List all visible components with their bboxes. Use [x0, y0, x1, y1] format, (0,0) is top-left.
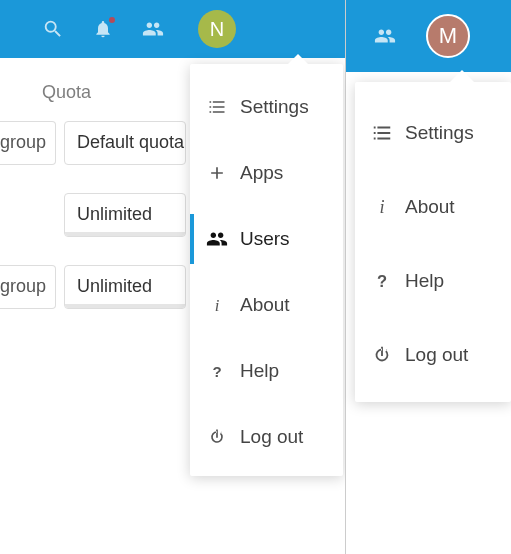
- notification-dot: [109, 17, 115, 23]
- menu-label: Help: [240, 360, 279, 382]
- quota-cell[interactable]: Default quota: [64, 121, 186, 165]
- settings-icon: [204, 97, 230, 117]
- power-icon: [369, 344, 395, 366]
- menu-item-logout[interactable]: Log out: [355, 318, 511, 392]
- menu-item-logout[interactable]: Log out: [190, 404, 343, 470]
- topbar-right: M: [346, 0, 511, 72]
- quota-progress: [65, 232, 185, 236]
- quota-cell[interactable]: Unlimited: [64, 265, 186, 309]
- settings-icon: [369, 122, 395, 144]
- group-cell[interactable]: group: [0, 121, 56, 165]
- user-menu-right: Settings About Help Log out: [355, 82, 511, 402]
- avatar-n[interactable]: N: [198, 10, 236, 48]
- menu-label: Settings: [240, 96, 309, 118]
- menu-item-apps[interactable]: Apps: [190, 140, 343, 206]
- contacts-icon[interactable]: [128, 0, 178, 58]
- menu-label: About: [405, 196, 455, 218]
- plus-icon: [204, 163, 230, 183]
- users-icon: [204, 228, 230, 250]
- menu-label: About: [240, 294, 290, 316]
- user-menu-left: Settings Apps Users About Help Log out: [190, 64, 343, 476]
- avatar-initial: M: [439, 23, 457, 49]
- menu-item-about[interactable]: About: [190, 272, 343, 338]
- topbar-left: N: [0, 0, 345, 58]
- menu-label: Log out: [405, 344, 468, 366]
- menu-label: Log out: [240, 426, 303, 448]
- info-icon: [369, 196, 395, 218]
- menu-item-settings[interactable]: Settings: [355, 96, 511, 170]
- contacts-icon[interactable]: [360, 7, 410, 65]
- menu-item-help[interactable]: Help: [190, 338, 343, 404]
- menu-item-about[interactable]: About: [355, 170, 511, 244]
- search-icon[interactable]: [28, 0, 78, 58]
- info-icon: [204, 295, 230, 315]
- menu-item-users[interactable]: Users: [190, 206, 343, 272]
- quota-cell[interactable]: Unlimited: [64, 193, 186, 237]
- quota-progress: [65, 304, 185, 308]
- notifications-icon[interactable]: [78, 0, 128, 58]
- menu-item-settings[interactable]: Settings: [190, 74, 343, 140]
- menu-item-help[interactable]: Help: [355, 244, 511, 318]
- group-cell[interactable]: group: [0, 265, 56, 309]
- menu-label: Apps: [240, 162, 283, 184]
- menu-label: Users: [240, 228, 290, 250]
- help-icon: [369, 270, 395, 292]
- avatar-initial: N: [210, 18, 224, 41]
- avatar-m[interactable]: M: [426, 14, 470, 58]
- help-icon: [204, 361, 230, 381]
- menu-label: Help: [405, 270, 444, 292]
- menu-label: Settings: [405, 122, 474, 144]
- power-icon: [204, 427, 230, 447]
